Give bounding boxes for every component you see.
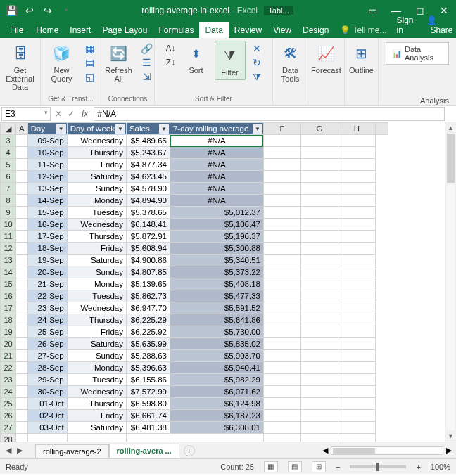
row-header[interactable]: 16	[1, 290, 16, 302]
cell[interactable]	[263, 195, 300, 207]
tab-file[interactable]: File	[3, 22, 30, 38]
cell-sales[interactable]: $6,225.92	[126, 326, 170, 338]
spreadsheet-grid[interactable]: ◢ A Day▼ Day of week▼ Sales▼ 7-day rolli…	[0, 122, 456, 442]
col-A[interactable]: A	[16, 123, 28, 135]
cell-dow[interactable]: Thursday	[67, 147, 126, 159]
cell[interactable]	[338, 183, 375, 195]
cell-avg[interactable]: $5,196.37	[170, 231, 263, 243]
cell[interactable]	[16, 135, 28, 147]
row-header[interactable]: 11	[1, 231, 16, 243]
row-header[interactable]: 14	[1, 266, 16, 278]
cell-sales[interactable]: $4,623.45	[126, 171, 170, 183]
cell[interactable]	[263, 314, 300, 326]
cell[interactable]	[16, 255, 28, 266]
hscroll-left[interactable]: ◀	[322, 446, 328, 455]
edit-links-icon[interactable]: ⇲	[140, 70, 154, 83]
cell-dow[interactable]: Wednesday	[67, 135, 126, 147]
save-icon[interactable]: 💾	[3, 2, 20, 19]
row-header[interactable]: 6	[1, 171, 16, 183]
cell-sales[interactable]: $6,155.86	[126, 374, 170, 386]
cell-avg[interactable]: #N/A	[170, 171, 263, 183]
cell[interactable]	[16, 266, 28, 278]
cell-day[interactable]: 17-Sep	[27, 231, 67, 243]
cell[interactable]	[16, 302, 28, 314]
row-header[interactable]: 10	[1, 219, 16, 231]
cell[interactable]	[263, 231, 300, 243]
row-header[interactable]: 19	[1, 326, 16, 338]
cell[interactable]	[300, 159, 338, 171]
filter-button[interactable]: ⧩Filter	[215, 41, 246, 80]
cell[interactable]	[263, 374, 300, 386]
cell[interactable]	[16, 386, 28, 398]
cell-day[interactable]: 01-Oct	[27, 398, 67, 410]
tell-me[interactable]: 💡 Tell me...	[334, 22, 392, 38]
cell[interactable]	[263, 362, 300, 374]
cell-sales[interactable]: $5,396.63	[126, 362, 170, 374]
cell[interactable]	[16, 314, 28, 326]
cell[interactable]	[300, 386, 338, 398]
cell-avg[interactable]: $5,641.86	[170, 314, 263, 326]
zoom-level[interactable]: 100%	[431, 463, 450, 471]
cell-day[interactable]: 24-Sep	[27, 314, 67, 326]
sort-button[interactable]: ⬍Sort	[182, 41, 210, 75]
undo-icon[interactable]: ↩	[21, 2, 38, 19]
row-header[interactable]: 13	[1, 255, 16, 266]
cell[interactable]	[338, 314, 375, 326]
cell-dow[interactable]: Wednesday	[67, 219, 126, 231]
cell[interactable]	[300, 422, 338, 434]
cell-day[interactable]	[27, 434, 67, 442]
sheet-nav-prev[interactable]: ◀	[3, 446, 14, 455]
cell[interactable]	[338, 338, 375, 350]
row-header[interactable]: 23	[1, 374, 16, 386]
cell[interactable]	[338, 326, 375, 338]
cell[interactable]	[300, 135, 338, 147]
zoom-slider[interactable]	[350, 465, 406, 468]
data-tools-button[interactable]: 🛠Data Tools	[274, 41, 308, 83]
cell[interactable]	[263, 434, 300, 442]
new-query-button[interactable]: 🧊New Query	[45, 41, 79, 83]
cell[interactable]	[300, 231, 338, 243]
cell-dow[interactable]: Saturday	[67, 255, 126, 266]
cell[interactable]	[300, 374, 338, 386]
cell-dow[interactable]: Saturday	[67, 171, 126, 183]
refresh-all-button[interactable]: 🔄Refresh All	[102, 41, 136, 83]
cell[interactable]	[300, 278, 338, 290]
cell-dow[interactable]: Sunday	[67, 350, 126, 362]
row-header[interactable]: 22	[1, 362, 16, 374]
row-header[interactable]: 27	[1, 422, 16, 434]
row-header[interactable]: 28	[1, 434, 16, 442]
cell[interactable]	[338, 362, 375, 374]
cell[interactable]	[300, 410, 338, 422]
cell-dow[interactable]: Sunday	[67, 183, 126, 195]
cell-avg[interactable]: $5,340.51	[170, 255, 263, 266]
cell[interactable]	[300, 243, 338, 255]
cell-avg[interactable]: $5,106.47	[170, 219, 263, 231]
data-analysis-button[interactable]: 📊 Data Analysis	[386, 42, 449, 65]
col-day-header[interactable]: Day▼	[27, 123, 67, 135]
cell-dow[interactable]: Sunday	[67, 266, 126, 278]
cell-dow[interactable]: Monday	[67, 195, 126, 207]
row-header[interactable]: 9	[1, 207, 16, 219]
cell[interactable]	[263, 207, 300, 219]
from-table-icon[interactable]: ▤	[83, 56, 97, 69]
cell[interactable]	[338, 434, 375, 442]
cell-dow[interactable]: Tuesday	[67, 207, 126, 219]
cell[interactable]	[300, 302, 338, 314]
cell[interactable]	[16, 398, 28, 410]
col-H[interactable]: H	[338, 123, 375, 135]
cell[interactable]	[338, 410, 375, 422]
row-header[interactable]: 26	[1, 410, 16, 422]
cell[interactable]	[263, 422, 300, 434]
cell-sales[interactable]: $4,578.90	[126, 183, 170, 195]
cell[interactable]	[300, 219, 338, 231]
cell[interactable]	[16, 147, 28, 159]
cell[interactable]	[263, 326, 300, 338]
vertical-scrollbar[interactable]: ▲▼	[445, 122, 456, 442]
cell-day[interactable]: 27-Sep	[27, 350, 67, 362]
cell-avg[interactable]: $5,012.37	[170, 207, 263, 219]
cell-avg[interactable]: $5,835.02	[170, 338, 263, 350]
cancel-fx-icon[interactable]: ✕	[52, 109, 65, 119]
tab-view[interactable]: View	[267, 22, 297, 38]
cell-day[interactable]: 03-Oct	[27, 422, 67, 434]
row-header[interactable]: 21	[1, 350, 16, 362]
